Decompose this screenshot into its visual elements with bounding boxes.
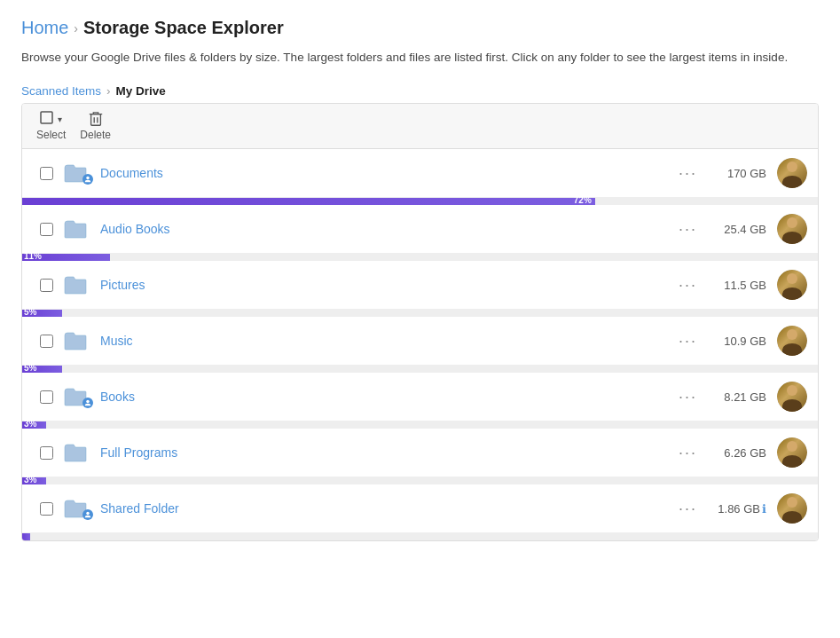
checkbox-cell-documents [33, 167, 59, 180]
progress-label-books: 3% [24, 421, 36, 428]
progress-bar-pictures: 5% [22, 310, 818, 317]
checkbox-cell-music [33, 335, 59, 348]
scanned-breadcrumb: Scanned Items › My Drive [21, 84, 819, 103]
file-size-pictures: 11.5 GB [706, 279, 777, 292]
file-size-shared-folder: 1.86 GBℹ [706, 502, 777, 516]
select-icon-area: ▾ [40, 111, 62, 127]
file-name-documents[interactable]: Documents [91, 166, 670, 180]
progress-fill-pictures: 5% [22, 310, 62, 317]
file-name-music[interactable]: Music [91, 334, 670, 348]
file-size-full-programs: 6.26 GB [706, 446, 777, 460]
folder-icon-pictures [64, 275, 87, 295]
checkbox-cell-books [33, 390, 59, 404]
folder-icon-cell-documents [59, 163, 91, 183]
file-size-music: 10.9 GB [706, 335, 777, 348]
file-list-panel: ▾ Select Delete Documents···170 GB72%Aud… [21, 103, 819, 541]
checkbox-cell-shared-folder [33, 502, 59, 516]
svg-rect-0 [41, 112, 52, 123]
file-name-pictures[interactable]: Pictures [91, 278, 670, 292]
file-row: Full Programs···6.26 GB [22, 429, 818, 477]
file-row-wrapper-books: Books···8.21 GB3% [22, 373, 818, 429]
progress-fill-shared-folder [22, 533, 30, 540]
more-button-shared-folder[interactable]: ··· [670, 500, 706, 518]
breadcrumb-chevron-2: › [106, 84, 111, 98]
progress-fill-audio-books: 11% [22, 254, 110, 261]
top-breadcrumb: Home › Storage Space Explorer [21, 18, 819, 38]
file-checkbox-music[interactable] [40, 335, 53, 348]
file-name-shared-folder[interactable]: Shared Folder [91, 501, 670, 516]
file-size-documents: 170 GB [706, 167, 777, 180]
file-name-audio-books[interactable]: Audio Books [91, 222, 670, 236]
shared-badge-shared-folder [82, 509, 93, 520]
progress-label-audio-books: 11% [24, 253, 42, 260]
avatar-books [777, 382, 807, 412]
folder-icon-audio-books [64, 219, 87, 239]
avatar-image-books [777, 382, 807, 412]
svg-point-5 [86, 400, 90, 404]
more-button-audio-books[interactable]: ··· [670, 220, 706, 239]
file-checkbox-audio-books[interactable] [40, 223, 53, 236]
avatar-image-shared-folder [777, 493, 807, 524]
trash-icon [88, 111, 104, 127]
delete-label: Delete [80, 129, 111, 141]
avatar-full-programs [777, 437, 807, 468]
folder-icon-cell-books [59, 387, 91, 406]
shared-badge-documents [82, 174, 93, 185]
toolbar: ▾ Select Delete [22, 104, 818, 149]
file-size-audio-books: 25.4 GB [706, 223, 777, 236]
checkbox-cell-audio-books [33, 223, 59, 236]
home-link[interactable]: Home [21, 18, 68, 38]
more-button-books[interactable]: ··· [670, 388, 706, 406]
select-label: Select [36, 129, 66, 141]
avatar-image-documents [777, 158, 807, 188]
progress-fill-music: 5% [22, 366, 62, 373]
file-checkbox-books[interactable] [40, 390, 53, 404]
progress-bar-music: 5% [22, 366, 818, 373]
file-checkbox-full-programs[interactable] [40, 446, 53, 460]
file-checkbox-documents[interactable] [40, 167, 53, 180]
scanned-items-link[interactable]: Scanned Items [21, 84, 101, 98]
folder-icon-music [64, 331, 87, 351]
file-row: Pictures···11.5 GB [22, 261, 818, 310]
progress-label-full-programs: 3% [24, 477, 36, 484]
person-icon [84, 399, 91, 406]
avatar-shared-folder [777, 493, 807, 524]
file-row-wrapper-documents: Documents···170 GB72% [22, 149, 818, 205]
avatar-pictures [777, 270, 807, 300]
delete-button[interactable]: Delete [80, 111, 111, 141]
progress-bar-audio-books: 11% [22, 254, 818, 261]
more-button-music[interactable]: ··· [670, 332, 706, 351]
progress-fill-books: 3% [22, 421, 46, 429]
more-button-documents[interactable]: ··· [670, 164, 706, 183]
file-checkbox-pictures[interactable] [40, 279, 53, 292]
file-size-books: 8.21 GB [706, 390, 777, 404]
file-row: Audio Books···25.4 GB [22, 205, 818, 254]
select-button[interactable]: ▾ Select [36, 111, 66, 141]
avatar-audio-books [777, 214, 807, 244]
info-icon-shared-folder[interactable]: ℹ [762, 502, 766, 516]
file-row-wrapper-music: Music···10.9 GB5% [22, 317, 818, 373]
avatar-image-full-programs [777, 437, 807, 468]
file-row-wrapper-shared-folder: Shared Folder···1.86 GBℹ [22, 484, 818, 540]
more-button-pictures[interactable]: ··· [670, 276, 706, 295]
file-name-full-programs[interactable]: Full Programs [91, 445, 670, 460]
file-name-books[interactable]: Books [91, 390, 670, 404]
page-description: Browse your Google Drive files & folders… [21, 49, 819, 67]
person-icon [84, 511, 91, 518]
progress-fill-documents: 72% [22, 198, 595, 205]
progress-fill-full-programs: 3% [22, 477, 46, 484]
avatar-image-audio-books [777, 214, 807, 244]
svg-rect-1 [90, 114, 100, 126]
file-row: Music···10.9 GB [22, 317, 818, 366]
progress-label-pictures: 5% [24, 309, 36, 316]
file-row-wrapper-full-programs: Full Programs···6.26 GB3% [22, 429, 818, 484]
file-row: Shared Folder···1.86 GBℹ [22, 484, 818, 533]
file-checkbox-shared-folder[interactable] [40, 502, 53, 516]
page-title: Storage Space Explorer [83, 18, 284, 38]
more-button-full-programs[interactable]: ··· [670, 444, 706, 462]
checkbox-icon [40, 111, 56, 127]
file-list: Documents···170 GB72%Audio Books···25.4 … [22, 149, 818, 540]
person-icon [84, 176, 91, 183]
svg-point-6 [86, 512, 90, 516]
file-row-wrapper-pictures: Pictures···11.5 GB5% [22, 261, 818, 317]
